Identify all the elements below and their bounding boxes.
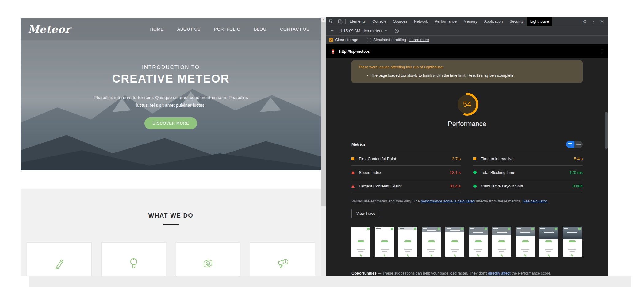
metric-name: Cumulative Layout Shift: [481, 184, 523, 188]
filmstrip-frame-2: [375, 227, 394, 257]
filmstrip-frame-7: [492, 227, 511, 257]
simulated-throttling-label: Simulated throttling: [373, 38, 406, 42]
lighthouse-options-bar: ✓ Clear storage Simulated throttling Lea…: [326, 36, 608, 44]
disclaimer-text: Values are estimated and may vary. The: [351, 199, 421, 203]
site-preview: Meteor HOMEABOUT USPORTFOLIOBLOGCONTACT …: [21, 18, 321, 276]
tab-application[interactable]: Application: [481, 17, 506, 26]
discover-more-button[interactable]: DISCOVER MORE: [144, 117, 197, 129]
screenshot-canvas: Meteor HOMEABOUT USPORTFOLIOBLOGCONTACT …: [0, 0, 644, 308]
tab-performance[interactable]: Performance: [431, 17, 460, 26]
tab-security[interactable]: Security: [506, 17, 527, 26]
bottom-strip: [29, 276, 631, 287]
hero-title: CREATIVE METEOR: [21, 72, 321, 85]
feature-cards: Easy CustomizationsMeteor is free HTMLCr…: [21, 242, 321, 276]
warning-item: The page loaded too slowly to finish wit…: [367, 73, 576, 78]
megaphone-icon: [255, 256, 310, 270]
simulated-throttling-checkbox[interactable]: [367, 38, 371, 42]
metric-value: 5.4 s: [574, 156, 583, 161]
metrics-column-right: Time to Interactive5.4 sTotal Blocking T…: [473, 152, 583, 193]
metric-status-icon-good: [473, 185, 481, 188]
pencil-icon: [31, 256, 87, 270]
tab-network[interactable]: Network: [411, 17, 431, 26]
run-selector-dropdown[interactable]: 1:15:09 AM - lcp-meteor ▼: [340, 29, 387, 33]
metric-status-icon-poor: [351, 171, 359, 174]
scrollbar-thumb[interactable]: [321, 22, 326, 206]
dollar-icon: $: [180, 256, 236, 270]
learn-more-link[interactable]: Learn more: [409, 38, 429, 42]
toolbar-separator: [337, 28, 337, 33]
svg-text:$: $: [207, 262, 209, 265]
see-calculator-link[interactable]: See calculator.: [523, 199, 548, 203]
filmstrip-frame-6: [469, 227, 488, 257]
filmstrip-frame-10: [563, 227, 582, 257]
metric-row: Speed Index13.1 s: [351, 165, 461, 179]
clear-storage-checkbox[interactable]: ✓: [329, 38, 333, 42]
more-options-icon[interactable]: ⋮: [589, 17, 597, 25]
view-trace-button[interactable]: View Trace: [351, 209, 380, 218]
hero-body: Phasellus interdum tortor sem. Quisque s…: [88, 94, 254, 110]
tab-memory[interactable]: Memory: [460, 17, 481, 26]
performance-score-gauge[interactable]: 54 Performance: [351, 93, 583, 128]
report-url-bar: http://lcp-meteor/ ⋮: [326, 44, 608, 58]
lighthouse-report: There were issues affecting this run of …: [326, 58, 608, 276]
devtools-scrollbar-thumb[interactable]: [605, 112, 608, 149]
performance-score-link[interactable]: performance score is calculated: [421, 199, 475, 203]
feature-card: Open To PublicBiodiesel schltz suculents…: [250, 242, 315, 276]
inspect-element-icon[interactable]: [326, 17, 335, 26]
settings-gear-icon[interactable]: ⚙: [581, 17, 589, 25]
metric-name: Largest Contentful Paint: [359, 184, 401, 188]
close-devtools-icon[interactable]: ✕: [598, 17, 606, 25]
lighthouse-logo-icon: [331, 48, 335, 55]
metrics-column-left: First Contentful Paint2.7 sSpeed Index13…: [351, 152, 461, 193]
performance-score-value: 54: [455, 93, 479, 116]
chevron-down-icon: ▼: [385, 29, 387, 32]
metrics-view-all-icon[interactable]: [574, 141, 583, 148]
filmstrip-frame-3: [398, 227, 417, 257]
metrics-disclaimer: Values are estimated and may vary. The p…: [351, 199, 583, 203]
metrics-section: Metrics First Contentful Paint2.7 sSpeed…: [351, 141, 583, 193]
page-scrollbar[interactable]: ▲: [321, 17, 326, 276]
scrollbar-up-arrow-icon[interactable]: ▲: [321, 17, 326, 22]
devtools-toolbar-actions: ⚙ ⋮ ✕: [581, 17, 608, 26]
metric-value: 13.1 s: [450, 170, 461, 175]
new-run-button[interactable]: +: [328, 28, 336, 34]
toolbar-separator: [345, 19, 346, 24]
run-warnings-box: There were issues affecting this run of …: [351, 60, 583, 83]
clear-storage-label: Clear storage: [335, 38, 358, 42]
performance-score-label: Performance: [351, 120, 583, 128]
metric-value: 2.7 s: [452, 156, 461, 161]
metric-name: Speed Index: [359, 170, 381, 175]
metrics-title: Metrics: [351, 142, 366, 147]
clear-runs-icon[interactable]: [392, 29, 401, 33]
metric-row: Total Blocking Time170 ms: [473, 165, 583, 179]
metric-row: Cumulative Layout Shift0.004: [473, 179, 583, 193]
title-underline: [163, 224, 179, 225]
filmstrip-frame-1: [351, 227, 370, 257]
hero-content: INTRODUCTION TO CREATIVE METEOR Phasellu…: [21, 18, 321, 129]
metric-name: Total Blocking Time: [481, 170, 515, 175]
hero-section: Meteor HOMEABOUT USPORTFOLIOBLOGCONTACT …: [21, 18, 321, 170]
directly-affect-link[interactable]: directly affect: [488, 271, 510, 275]
devtools-tabbar: ElementsConsoleSourcesNetworkPerformance…: [326, 17, 608, 26]
bulb-icon: [106, 256, 162, 270]
metric-status-icon-average: [351, 157, 359, 160]
what-we-do-section: WHAT WE DO Easy CustomizationsMeteor is …: [21, 189, 321, 276]
device-toolbar-icon[interactable]: [335, 17, 345, 26]
feature-card: Creative IdeasBiodiesel schltz suculents…: [101, 242, 166, 276]
feature-card: $Good ProfitBiodiesel schltz suculents p…: [176, 242, 241, 276]
metric-name: First Contentful Paint: [359, 156, 396, 161]
metrics-view-toggle[interactable]: [566, 141, 583, 148]
report-url: http://lcp-meteor/: [339, 49, 370, 54]
tab-lighthouse[interactable]: Lighthouse: [527, 17, 552, 26]
metrics-view-relevant-icon[interactable]: [566, 141, 574, 148]
metric-status-icon-average: [473, 157, 481, 160]
metric-value: 0.004: [573, 184, 583, 188]
tab-console[interactable]: Console: [369, 17, 390, 26]
filmstrip-frame-4: [422, 227, 441, 257]
tab-elements[interactable]: Elements: [346, 17, 369, 26]
metric-value: 31.4 s: [450, 184, 461, 188]
tab-sources[interactable]: Sources: [390, 17, 411, 26]
report-menu-icon[interactable]: ⋮: [600, 49, 604, 54]
lighthouse-run-bar: + 1:15:09 AM - lcp-meteor ▼: [326, 26, 608, 36]
loading-filmstrip: [351, 227, 583, 257]
